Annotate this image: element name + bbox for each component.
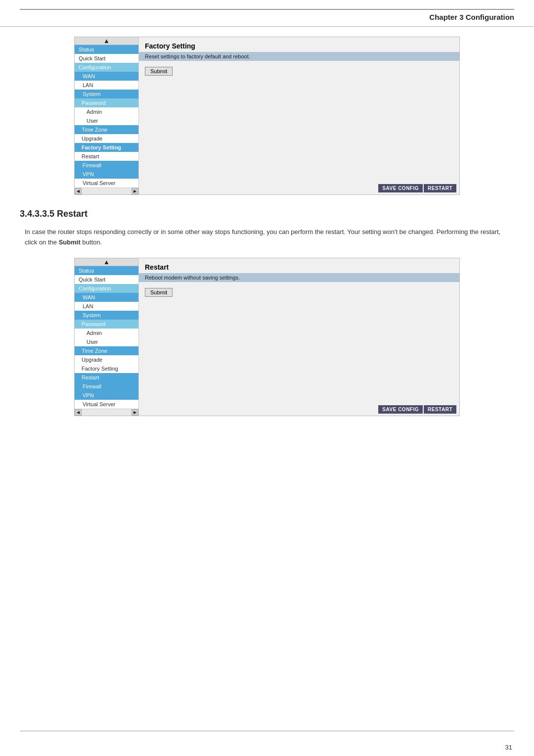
restart-submit-btn[interactable]: Submit [145,288,173,297]
bottom-rule [20,731,514,731]
factory-setting-submit-btn[interactable]: Submit [145,67,173,76]
hscroll-right-2[interactable]: ▶ [132,409,138,416]
hscroll-bar-2 [82,409,132,416]
hscroll-area-2: ◀ ▶ [75,409,138,416]
sidebar-item-admin-1[interactable]: Admin [75,107,138,116]
sidebar-item-status-1[interactable]: Status [75,45,138,54]
sidebar-item-virtualserver-2[interactable]: Virtual Server [75,400,138,409]
save-config-btn-1[interactable]: SAVE CONFIG [378,184,423,192]
sidebar-panel-2: ▲ Status Quick Start Configuration WAN L… [75,258,139,416]
sidebar-item-wan-1[interactable]: WAN [75,72,138,81]
sidebar-item-lan-1[interactable]: LAN [75,81,138,90]
sidebar-item-lan-2[interactable]: LAN [75,302,138,311]
restart-btn-2[interactable]: RESTART [424,405,456,414]
restart-description: In case the router stops responding corr… [20,227,514,248]
chapter-heading: Chapter 3 Configuration [0,10,534,27]
sidebar-item-restart-2[interactable]: Restart [75,373,138,382]
sidebar-item-quickstart-1[interactable]: Quick Start [75,54,138,63]
sidebar-item-user-1[interactable]: User [75,116,138,125]
sidebar-item-status-2[interactable]: Status [75,266,138,275]
sidebar-item-password-2[interactable]: Password [75,320,138,329]
router-footer-1: SAVE CONFIG RESTART [375,182,459,194]
sidebar-item-vpn-2[interactable]: VPN [75,391,138,400]
sidebar-item-system-2[interactable]: System [75,311,138,320]
sidebar-item-firewall-2[interactable]: Firewall [75,382,138,391]
restart-panel-title: Restart [139,258,459,273]
sidebar-item-timezone-2[interactable]: Time Zone [75,346,138,355]
hscroll-left-2[interactable]: ◀ [75,409,82,416]
factory-setting-subtitle: Reset settings to factory default and re… [139,52,459,61]
sidebar-item-vpn-1[interactable]: VPN [75,170,138,179]
hscroll-area-1: ◀ ▶ [75,188,138,194]
sidebar-item-virtualserver-1[interactable]: Virtual Server [75,179,138,188]
restart-frame: ▲ Status Quick Start Configuration WAN L… [74,258,460,416]
hscroll-left-1[interactable]: ◀ [75,188,82,194]
sidebar-item-factorysetting-2[interactable]: Factory Setting [75,364,138,373]
sidebar-items-2: Status Quick Start Configuration WAN LAN… [75,266,138,409]
sidebar-item-upgrade-2[interactable]: Upgrade [75,355,138,364]
main-content-2: Restart Reboot modem without saving sett… [139,258,459,416]
sidebar-item-user-2[interactable]: User [75,337,138,346]
sidebar-panel-1: ▲ Status Quick Start Configuration WAN L… [75,37,139,194]
page-number: 31 [505,744,512,751]
main-content-1: Factory Setting Reset settings to factor… [139,37,459,194]
sidebar-item-password-1[interactable]: Password [75,98,138,107]
sidebar-scroll-up-1[interactable]: ▲ [75,37,138,45]
sidebar-scroll-up-2[interactable]: ▲ [75,258,138,266]
sidebar-item-restart-1[interactable]: Restart [75,152,138,161]
restart-section-heading: 3.4.3.3.5 Restart [20,209,514,219]
hscroll-bar-1 [82,188,132,194]
sidebar-item-wan-2[interactable]: WAN [75,293,138,302]
hscroll-right-1[interactable]: ▶ [132,188,138,194]
save-config-btn-2[interactable]: SAVE CONFIG [378,405,423,414]
factory-setting-body: Submit [139,64,459,79]
restart-btn-1[interactable]: RESTART [424,184,456,192]
restart-panel-body: Submit [139,285,459,300]
restart-panel-subtitle: Reboot modem without saving settings. [139,273,459,282]
page-content: ▲ Status Quick Start Configuration WAN L… [0,27,534,441]
sidebar-item-system-1[interactable]: System [75,90,138,98]
sidebar-item-configuration-1[interactable]: Configuration [75,63,138,72]
sidebar-item-admin-2[interactable]: Admin [75,329,138,337]
router-footer-2: SAVE CONFIG RESTART [375,403,459,416]
sidebar-item-factorysetting-1[interactable]: Factory Setting [75,143,138,152]
sidebar-items-1: Status Quick Start Configuration WAN LAN… [75,45,138,188]
sidebar-item-upgrade-1[interactable]: Upgrade [75,134,138,143]
sidebar-item-quickstart-2[interactable]: Quick Start [75,275,138,284]
sidebar-item-firewall-1[interactable]: Firewall [75,161,138,170]
sidebar-item-timezone-1[interactable]: Time Zone [75,125,138,134]
sidebar-item-configuration-2[interactable]: Configuration [75,284,138,293]
factory-setting-frame: ▲ Status Quick Start Configuration WAN L… [74,37,460,195]
factory-setting-title: Factory Setting [139,37,459,52]
